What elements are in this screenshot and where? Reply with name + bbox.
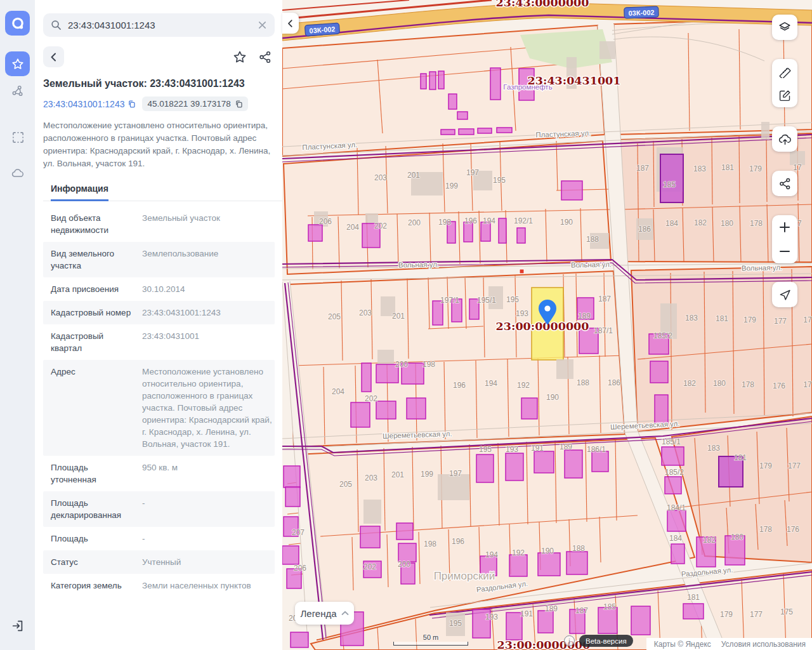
info-row: СтатусУчтенный — [43, 550, 275, 574]
svg-text:185/2: 185/2 — [653, 331, 672, 340]
svg-text:190: 190 — [560, 218, 573, 227]
nodes-icon — [11, 84, 25, 98]
info-row: Кадастровый квартал23:43:0431001 — [43, 324, 275, 360]
svg-text:183: 183 — [685, 314, 698, 322]
detail-panel: Земельный участок: 23:43:0431001:1243 23… — [35, 0, 282, 650]
svg-text:185/2: 185/2 — [665, 468, 684, 477]
svg-text:181: 181 — [687, 593, 700, 602]
svg-text:193: 193 — [485, 613, 498, 621]
map-canvas[interactable]: Пластунская ул.Пластунская ул.Вольная ул… — [282, 0, 812, 650]
info-row-value: Учтенный — [142, 556, 275, 568]
cadastral-number-chip[interactable]: 23:43:0431001:1243 — [43, 99, 136, 109]
info-row: Дата присвоения30.10.2014 — [43, 277, 275, 301]
svg-text:195: 195 — [479, 445, 492, 454]
info-row: Категория земельЗемли населенных пунктов — [43, 574, 275, 597]
zoom-in-button[interactable] — [772, 215, 797, 239]
info-row-value: 950 кв. м — [142, 461, 275, 486]
sidebar-item-select-area[interactable] — [11, 130, 25, 144]
svg-text:176: 176 — [787, 525, 799, 534]
locate-button[interactable] — [772, 282, 797, 307]
svg-text:206: 206 — [319, 217, 332, 226]
chevron-left-icon — [49, 52, 59, 62]
search-bar[interactable] — [43, 13, 275, 37]
logout-icon — [11, 619, 25, 633]
zoom-out-button[interactable] — [772, 239, 797, 263]
collapse-panel-button[interactable] — [282, 13, 299, 34]
navigate-arrow-icon — [778, 288, 792, 302]
share-button[interactable] — [256, 48, 275, 67]
coordinates-chip[interactable]: 45.018221 39.173178 — [142, 96, 247, 111]
info-row-label: Адрес — [51, 366, 142, 450]
svg-text:185: 185 — [603, 602, 616, 611]
copy-icon[interactable] — [235, 100, 243, 108]
info-row-label: Категория земель — [51, 580, 142, 592]
favorite-button[interactable] — [230, 48, 249, 67]
svg-text:178: 178 — [750, 219, 763, 228]
svg-text:184: 184 — [669, 534, 682, 543]
scale-bar: 50 m — [393, 633, 468, 646]
svg-text:198: 198 — [424, 540, 436, 548]
legend-button[interactable]: Легенда — [295, 602, 354, 625]
svg-text:203: 203 — [374, 173, 387, 182]
svg-text:17: 17 — [803, 315, 812, 324]
svg-text:201: 201 — [392, 312, 405, 321]
svg-text:205: 205 — [339, 480, 352, 489]
svg-text:202: 202 — [365, 394, 377, 403]
sidebar-item-cloud[interactable] — [11, 166, 25, 180]
share-icon — [778, 177, 792, 190]
cloud-upload-icon — [778, 132, 792, 147]
svg-text:196: 196 — [464, 216, 477, 225]
info-row-value: Земельный участок — [142, 212, 275, 236]
upload-button[interactable] — [772, 126, 797, 152]
terms-link[interactable]: Условия использования — [721, 640, 806, 649]
sidebar-item-objects-graph[interactable] — [11, 84, 25, 98]
search-input[interactable] — [68, 20, 251, 30]
info-row-label: Площадь декларированная — [51, 497, 142, 521]
sidebar-item-favorites[interactable] — [5, 51, 30, 76]
svg-text:197: 197 — [449, 469, 462, 478]
svg-text:192: 192 — [517, 381, 530, 390]
logout-button[interactable] — [11, 619, 25, 633]
svg-text:205: 205 — [328, 312, 341, 321]
svg-text:188: 188 — [572, 544, 585, 553]
scale-label: 50 m — [393, 633, 468, 641]
svg-text:183: 183 — [707, 444, 720, 453]
copy-icon[interactable] — [128, 100, 136, 108]
info-row-label: Статус — [51, 556, 142, 568]
cadastral-number-text: 23:43:0431001:1243 — [43, 99, 124, 109]
svg-text:193: 193 — [516, 309, 528, 318]
back-button[interactable] — [43, 46, 64, 67]
ruler-button[interactable] — [772, 59, 797, 83]
clear-search-icon[interactable] — [258, 20, 267, 30]
svg-text:192/1: 192/1 — [514, 216, 533, 225]
tab-information[interactable]: Информация — [51, 183, 108, 201]
svg-text:179: 179 — [720, 610, 733, 619]
chips-row: 23:43:0431001:1243 45.018221 39.173178 — [43, 96, 275, 111]
svg-text:184: 184 — [665, 219, 678, 228]
svg-text:188: 188 — [577, 378, 589, 387]
svg-text:191: 191 — [520, 609, 533, 618]
svg-text:185: 185 — [663, 180, 676, 189]
info-button[interactable]: i — [564, 635, 575, 646]
location-description: Местоположение установлено относительно … — [43, 119, 273, 170]
svg-text:190: 190 — [541, 547, 554, 555]
info-row: Площадь уточненная950 кв. м — [43, 456, 275, 491]
star-icon — [232, 50, 247, 65]
svg-text:186/1: 186/1 — [587, 445, 606, 454]
info-row-label: Вид объекта недвижимости — [51, 212, 142, 236]
info-row: Кадастровый номер23:43:0431001:1243 — [43, 301, 275, 324]
coordinates-text: 45.018221 39.173178 — [147, 99, 230, 109]
layers-button[interactable] — [772, 15, 797, 40]
edit-button[interactable] — [772, 83, 797, 107]
svg-text:Вольная ул.: Вольная ул. — [742, 263, 782, 272]
info-row-value: Земли населенных пунктов — [142, 580, 275, 592]
svg-text:201: 201 — [407, 171, 420, 180]
measure-edit-group — [772, 59, 797, 107]
svg-text:202: 202 — [363, 562, 376, 571]
app-logo[interactable] — [5, 11, 30, 36]
share-map-button[interactable] — [772, 171, 797, 196]
svg-text:177: 177 — [788, 461, 801, 470]
cadastral-map[interactable]: Пластунская ул.Пластунская ул.Вольная ул… — [282, 0, 812, 650]
info-row: Вид объекта недвижимостиЗемельный участо… — [43, 206, 275, 242]
svg-text:188: 188 — [586, 235, 599, 244]
